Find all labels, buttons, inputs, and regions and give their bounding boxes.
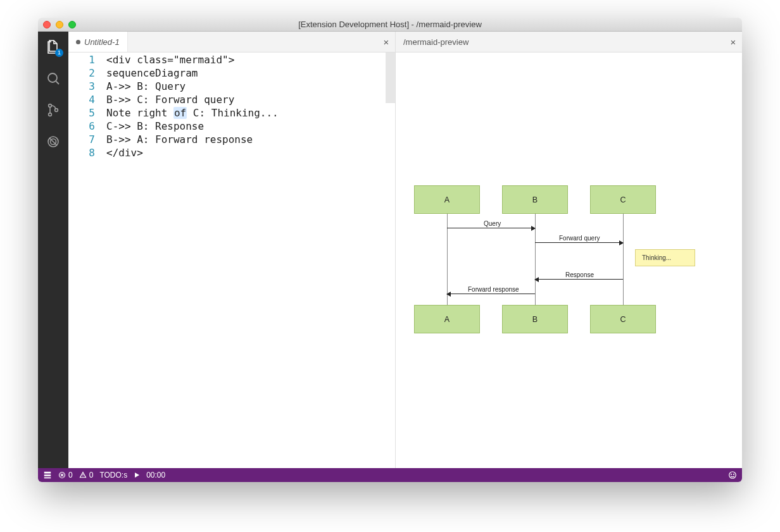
tab-preview[interactable]: /mermaid-preview bbox=[396, 32, 476, 52]
arrow-query bbox=[447, 228, 535, 228]
search-icon[interactable] bbox=[43, 68, 63, 89]
actor-b-bottom: B bbox=[502, 305, 568, 333]
tab-untitled[interactable]: Untitled-1 bbox=[68, 32, 128, 52]
editor-group: Untitled-1 × 12345678 <div class="mermai… bbox=[68, 32, 742, 468]
label-response: Response bbox=[565, 271, 594, 278]
status-time[interactable]: 00:00 bbox=[146, 471, 165, 479]
app-window: [Extension Development Host] - /mermaid-… bbox=[38, 18, 742, 482]
svg-point-2 bbox=[49, 104, 52, 108]
status-play-icon[interactable] bbox=[134, 472, 140, 478]
dirty-indicator-icon bbox=[76, 40, 80, 44]
status-errors[interactable]: 0 bbox=[58, 471, 73, 479]
line-number-gutter: 12345678 bbox=[68, 53, 106, 468]
mermaid-preview: A B C Query Forward query Thinking... Re… bbox=[396, 53, 742, 468]
tab-label: Untitled-1 bbox=[84, 37, 120, 47]
tabs-left: Untitled-1 × bbox=[68, 32, 395, 53]
actor-b-top: B bbox=[502, 185, 568, 214]
svg-point-15 bbox=[733, 474, 734, 474]
status-todo[interactable]: TODO:s bbox=[99, 471, 127, 479]
status-warnings[interactable]: 0 bbox=[79, 471, 94, 479]
code-editor[interactable]: 12345678 <div class="mermaid">sequenceDi… bbox=[68, 53, 395, 468]
activity-bar: 1 bbox=[38, 32, 68, 468]
actor-c-top: C bbox=[590, 185, 656, 214]
status-remote-icon[interactable] bbox=[43, 471, 52, 479]
actor-a-bottom: A bbox=[414, 305, 480, 333]
svg-point-4 bbox=[55, 109, 58, 112]
note-thinking: Thinking... bbox=[635, 249, 695, 266]
minimize-window-button[interactable] bbox=[56, 21, 63, 28]
arrow-forward-response bbox=[447, 294, 535, 294]
svg-point-3 bbox=[49, 113, 52, 116]
statusbar: 0 0 TODO:s 00:00 bbox=[38, 468, 742, 482]
lifeline-c bbox=[623, 214, 624, 305]
explorer-badge: 1 bbox=[55, 49, 63, 57]
debug-icon[interactable] bbox=[43, 132, 63, 152]
svg-point-0 bbox=[48, 73, 57, 82]
arrow-response bbox=[535, 279, 623, 280]
source-control-icon[interactable] bbox=[43, 100, 63, 120]
maximize-window-button[interactable] bbox=[68, 21, 76, 28]
svg-line-1 bbox=[56, 82, 60, 85]
tab-close-button[interactable]: × bbox=[728, 37, 738, 47]
minimap[interactable] bbox=[386, 53, 395, 103]
arrow-forward-query bbox=[535, 242, 623, 243]
window-title: [Extension Development Host] - /mermaid-… bbox=[38, 20, 742, 29]
label-forward-query: Forward query bbox=[559, 235, 600, 242]
actor-a-top: A bbox=[414, 185, 480, 214]
actor-c-bottom: C bbox=[590, 305, 656, 333]
code-content[interactable]: <div class="mermaid">sequenceDiagramA->>… bbox=[106, 53, 395, 468]
status-feedback-icon[interactable] bbox=[728, 471, 737, 479]
tab-close-button[interactable]: × bbox=[381, 37, 391, 47]
label-query: Query bbox=[484, 220, 501, 227]
svg-point-14 bbox=[731, 474, 732, 474]
traffic-lights bbox=[38, 21, 76, 28]
titlebar[interactable]: [Extension Development Host] - /mermaid-… bbox=[38, 18, 742, 32]
close-window-button[interactable] bbox=[43, 21, 51, 28]
tab-label: /mermaid-preview bbox=[403, 37, 469, 47]
explorer-icon[interactable]: 1 bbox=[43, 37, 63, 57]
svg-point-13 bbox=[729, 472, 736, 479]
tabs-right: /mermaid-preview × bbox=[396, 32, 742, 53]
editor-pane-preview: /mermaid-preview × A B C bbox=[396, 32, 742, 468]
editor-pane-code: Untitled-1 × 12345678 <div class="mermai… bbox=[68, 32, 396, 468]
label-forward-response: Forward response bbox=[468, 286, 519, 293]
main-area: 1 bbox=[38, 32, 742, 468]
